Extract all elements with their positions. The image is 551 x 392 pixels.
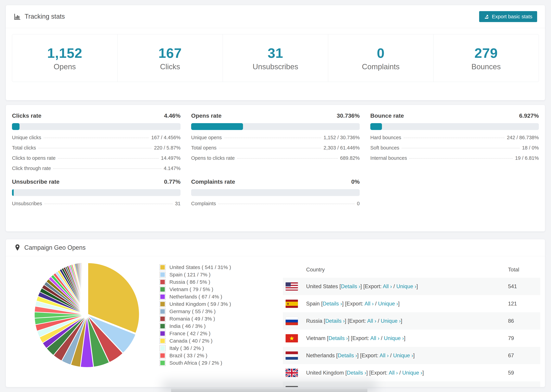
legend-label: Romania ( 49 / 3% ) [170, 316, 215, 322]
us-flag-icon [286, 282, 298, 291]
stat-value: 0 [377, 45, 385, 61]
geo-header: Campaign Geo Opens [6, 239, 545, 256]
rate-detail-value: 4.147% [164, 166, 181, 171]
rate-detail-value: 1,152 / 30.736% [324, 135, 360, 140]
legend-swatch [160, 309, 165, 314]
geo-total-value: 121 [508, 301, 517, 307]
rate-section-clicks-rate: Clicks rate4.46%Unique clicks167 / 4.456… [12, 112, 181, 171]
stat-opens: 1,152Opens [12, 34, 117, 82]
pie-slice-other[interactable] [87, 262, 87, 314]
legend-label: Brazil ( 33 / 2% ) [170, 353, 207, 358]
rate-progress-bar [191, 189, 360, 196]
export-basic-stats-button[interactable]: Export basic stats [479, 11, 537, 22]
export-unique-link[interactable]: Unique › [393, 352, 413, 358]
geo-opens-table: Country Total United States [Details ›] … [283, 264, 540, 387]
legend-item-spain: Spain ( 121 / 7% ) [160, 271, 231, 278]
rate-detail-label: Unique clicks [12, 135, 41, 140]
details-link[interactable]: Details › [347, 370, 366, 376]
geo-table-row-vn: ★Vietnam [Details ›] [Export: All › / Un… [283, 329, 540, 347]
geo-table-body: United States [Details ›] [Export: All ›… [283, 278, 540, 387]
geo-table-row-es: Spain [Details ›] [Export: All › / Uniqu… [283, 295, 540, 312]
rate-detail-row: Hard bounces242 / 86.738% [370, 135, 539, 140]
stat-bounces: 279Bounces [433, 34, 539, 82]
legend-label: United Kingdom ( 59 / 3% ) [170, 301, 231, 307]
rate-detail-row: Soft bounces18 / 0% [370, 145, 539, 151]
legend-item-italy: Italy ( 36 / 2% ) [160, 344, 231, 352]
rate-detail-value: 242 / 86.738% [507, 135, 539, 140]
campaign-geo-opens-card: Campaign Geo Opens United States ( 541 /… [6, 239, 545, 387]
geo-country-cell: Spain [Details ›] [Export: All › / Uniqu… [306, 301, 400, 307]
legend-item-united-kingdom: United Kingdom ( 59 / 3% ) [160, 300, 231, 308]
geo-country-cell: Russia [Details ›] [Export: All › / Uniq… [306, 318, 402, 324]
geo-total-value: 67 [508, 352, 514, 359]
rate-detail-label: Total clicks [12, 145, 36, 151]
stats-summary-row: 1,152Opens167Clicks31Unsubscribes0Compla… [12, 34, 539, 82]
bottom-scrollbar[interactable] [171, 389, 367, 392]
geo-country-cell: Vietnam [Details ›] [Export: All › / Uni… [306, 335, 405, 341]
rate-detail-value: 14.497% [161, 155, 181, 161]
details-link[interactable]: Details › [325, 318, 345, 324]
dotted-leader [218, 204, 354, 204]
rate-progress-fill [12, 123, 20, 130]
rate-detail-value: 0 [357, 201, 360, 206]
dotted-leader [402, 148, 520, 148]
legend-item-vietnam: Vietnam ( 79 / 5% ) [160, 286, 231, 293]
dotted-leader [404, 138, 504, 138]
rate-section-complaints-rate: Complaints rate0%Complaints0 [191, 178, 360, 206]
export-unique-link[interactable]: Unique › [386, 387, 406, 387]
details-link[interactable]: Details › [338, 352, 357, 358]
legend-swatch [160, 331, 165, 336]
details-link[interactable]: Details › [328, 335, 348, 341]
rate-detail-label: Opens to clicks rate [191, 155, 235, 161]
export-all-link[interactable]: All › [370, 335, 379, 341]
rate-value: 4.46% [164, 112, 181, 119]
rate-detail-label: Internal bounces [370, 155, 407, 161]
rate-detail-row: Unique clicks167 / 4.456% [12, 135, 181, 140]
geo-table-row-ru: Russia [Details ›] [Export: All › / Uniq… [283, 312, 540, 329]
export-all-link[interactable]: All › [380, 352, 389, 358]
dotted-leader [409, 158, 513, 159]
legend-label: Canada ( 40 / 2% ) [170, 338, 212, 344]
details-link[interactable]: Details › [323, 301, 342, 307]
geo-table-row-nl: Netherlands [Details ›] [Export: All › /… [283, 347, 540, 364]
legend-item-russia: Russia ( 86 / 5% ) [160, 278, 231, 286]
rate-detail-value: 18 / 0% [522, 145, 539, 151]
dotted-leader [224, 138, 321, 138]
vn-flag-icon: ★ [286, 334, 298, 343]
export-unique-link[interactable]: Unique › [402, 370, 422, 376]
legend-swatch [160, 323, 165, 329]
details-link[interactable]: Details › [341, 283, 360, 289]
rate-detail-label: Click through rate [12, 166, 51, 171]
export-unique-link[interactable]: Unique › [396, 283, 416, 289]
stat-value: 279 [474, 45, 498, 61]
export-all-link[interactable]: All › [389, 370, 398, 376]
export-unique-link[interactable]: Unique › [378, 301, 398, 307]
legend-label: Netherlands ( 67 / 4% ) [170, 294, 222, 300]
rate-detail-value: 689.82% [340, 155, 360, 161]
dotted-leader [44, 138, 149, 138]
rate-progress-bar [370, 123, 539, 130]
legend-item-canada: Canada ( 40 / 2% ) [160, 337, 231, 344]
export-all-link[interactable]: All › [367, 318, 376, 324]
rate-detail-value: 19 / 6.81% [515, 155, 539, 161]
export-icon [484, 14, 489, 19]
legend-swatch [160, 353, 165, 358]
rate-title: Clicks rate [12, 112, 42, 119]
stat-value: 1,152 [47, 45, 82, 61]
legend-label: India ( 46 / 3% ) [170, 323, 206, 329]
rate-progress-bar [191, 123, 360, 130]
export-unique-link[interactable]: Unique › [384, 335, 404, 341]
export-all-link[interactable]: All › [365, 301, 374, 307]
rate-detail-label: Unsubscribes [12, 201, 42, 206]
rate-progress-fill [191, 123, 243, 130]
export-all-link[interactable]: All › [383, 283, 392, 289]
gb-flag-icon [286, 369, 298, 377]
geo-title: Campaign Geo Opens [24, 244, 85, 251]
geo-total-value: 79 [508, 335, 514, 341]
rate-detail-value: 167 / 4.456% [151, 135, 181, 140]
export-unique-link[interactable]: Unique › [381, 318, 401, 324]
stat-label: Bounces [471, 63, 501, 71]
legend-swatch [160, 360, 165, 366]
rate-title: Bounce rate [370, 112, 404, 119]
rate-title: Opens rate [191, 112, 222, 119]
